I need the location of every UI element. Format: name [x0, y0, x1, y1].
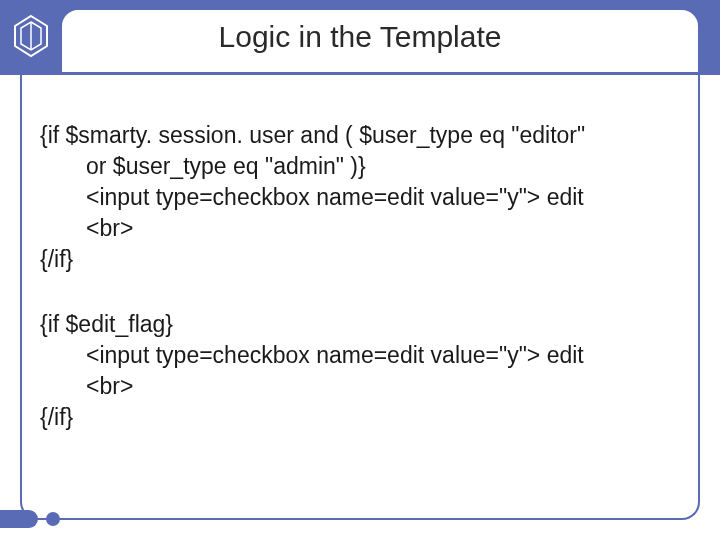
header-divider	[30, 72, 700, 75]
code-line: <br>	[40, 213, 690, 244]
code-line: <input type=checkbox name=edit value="y"…	[40, 340, 690, 371]
slide-header: Logic in the Template	[0, 0, 720, 75]
code-line: <br>	[40, 371, 690, 402]
code-line: {/if}	[40, 244, 690, 275]
slide-title: Logic in the Template	[0, 20, 720, 54]
code-line: or $user_type eq "admin" )}	[40, 151, 690, 182]
code-line: {if $smarty. session. user and ( $user_t…	[40, 120, 690, 151]
code-line: <input type=checkbox name=edit value="y"…	[40, 182, 690, 213]
code-line: {if $edit_flag}	[40, 309, 690, 340]
code-block-2: {if $edit_flag} <input type=checkbox nam…	[40, 309, 690, 433]
code-line: {/if}	[40, 402, 690, 433]
code-block-1: {if $smarty. session. user and ( $user_t…	[40, 120, 690, 275]
slide-content: {if $smarty. session. user and ( $user_t…	[40, 120, 690, 467]
footer-accent	[0, 510, 38, 528]
